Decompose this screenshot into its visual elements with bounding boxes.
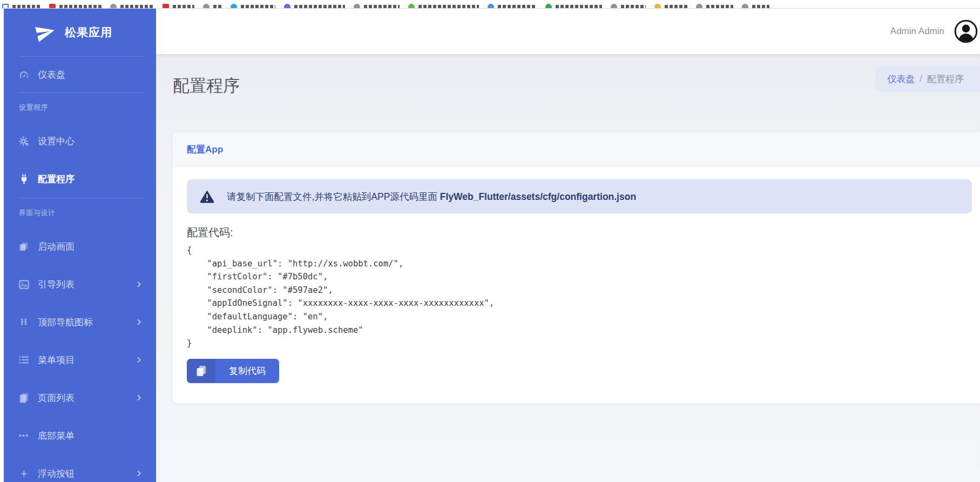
image-icon xyxy=(18,280,30,289)
sidebar-item[interactable]: 配置程序 xyxy=(4,160,156,198)
bookmark-item[interactable] xyxy=(611,4,646,8)
bookmark-label-clipped xyxy=(241,5,275,9)
breadcrumb-link-dashboard[interactable]: 仪表盘 xyxy=(887,73,915,85)
ellipsis-icon: ••• xyxy=(18,433,30,438)
sidebar-item[interactable]: 页面列表 xyxy=(4,379,156,417)
sidebar-item[interactable]: 启动画面 xyxy=(4,227,156,265)
bookmark-item[interactable] xyxy=(110,4,154,8)
bookmark-favicon xyxy=(488,4,494,9)
sidebar-section-label: 界面与设计 xyxy=(4,198,156,227)
bookmark-label-clipped xyxy=(752,5,769,9)
bookmark-label-clipped xyxy=(498,5,537,9)
alert-message: 请复制下面配置文件,并将它粘贴到APP源代码里面 FlyWeb_Flutter/… xyxy=(227,190,636,203)
bookmark-favicon xyxy=(654,4,661,9)
bookmark-label-clipped xyxy=(12,5,40,9)
bookmark-favicon xyxy=(163,4,169,9)
plus-icon: ＋ xyxy=(18,469,30,478)
config-app-card: 配置App 请复制下面配置文件,并将它粘贴到APP源代码里面 FlyWeb_Fl… xyxy=(173,132,980,403)
bookmark-favicon xyxy=(354,4,360,9)
bookmark-favicon xyxy=(545,4,552,9)
bookmark-label-clipped xyxy=(706,5,733,9)
main-content: 配置程序 仪表盘 / 配置程序 配置App 请复制下面配置文件,并将它粘贴到AP… xyxy=(156,54,980,482)
pages-icon xyxy=(18,393,30,403)
copy-button-label: 复制代码 xyxy=(215,359,279,383)
bookmark-favicon xyxy=(49,4,56,9)
bookmark-favicon xyxy=(611,4,617,9)
plug-icon xyxy=(18,174,30,184)
bookmark-label-clipped xyxy=(120,5,154,9)
breadcrumb-separator: / xyxy=(920,73,922,84)
sidebar-item-label: 引导列表 xyxy=(38,278,75,291)
bookmark-favicon xyxy=(203,4,209,9)
bookmark-item[interactable] xyxy=(2,4,40,8)
sidebar-item-label: 仪表盘 xyxy=(38,69,65,81)
sidebar-item[interactable]: ＋浮动按钮 xyxy=(4,454,156,482)
bookmark-label-clipped xyxy=(59,5,102,9)
warning-icon xyxy=(200,190,214,203)
bookmark-item[interactable] xyxy=(488,4,537,8)
sidebar-item-label: 启动画面 xyxy=(38,240,75,253)
config-instruction-alert: 请复制下面配置文件,并将它粘贴到APP源代码里面 FlyWeb_Flutter/… xyxy=(187,179,972,213)
bookmark-label-clipped xyxy=(418,5,479,9)
bookmark-label-clipped xyxy=(294,5,345,9)
copy-icon xyxy=(187,359,215,383)
chevron-right-icon xyxy=(136,319,142,325)
breadcrumb-current: 配置程序 xyxy=(927,73,964,85)
app-name: 松果应用 xyxy=(65,25,112,40)
bookmark-item[interactable] xyxy=(742,4,769,8)
user-name[interactable]: Admin Admin xyxy=(890,26,944,37)
sidebar-item[interactable]: 仪表盘 xyxy=(4,57,156,92)
sidebar-item[interactable]: •••底部菜单 xyxy=(4,417,156,454)
bookmark-label-clipped xyxy=(621,5,646,9)
sidebar-section-label: 设置程序 xyxy=(4,93,156,122)
copy-code-button[interactable]: 复制代码 xyxy=(187,359,279,383)
chevron-right-icon xyxy=(136,470,142,477)
page-title: 配置程序 xyxy=(173,75,240,97)
sidebar-item[interactable]: 设置中心 xyxy=(4,122,156,160)
bookmark-item[interactable] xyxy=(284,4,345,8)
list-icon xyxy=(18,356,30,364)
sidebar-item[interactable]: 引导列表 xyxy=(4,265,156,303)
layers-icon xyxy=(18,242,30,251)
user-avatar[interactable] xyxy=(954,19,978,43)
bookmark-favicon xyxy=(2,4,9,9)
sidebar-item[interactable]: H顶部导航图标 xyxy=(4,303,156,341)
bookmark-label-clipped xyxy=(364,5,400,9)
card-title: 配置App xyxy=(187,143,223,156)
top-header: Admin Admin xyxy=(156,9,980,54)
bookmark-item[interactable] xyxy=(203,4,222,8)
bookmark-item[interactable] xyxy=(408,4,479,8)
bookmark-item[interactable] xyxy=(49,4,102,8)
breadcrumb: 仪表盘 / 配置程序 xyxy=(875,66,980,92)
chevron-right-icon xyxy=(136,357,142,363)
sidebar-item-label: 配置程序 xyxy=(38,173,75,185)
bookmark-label-clipped xyxy=(173,5,194,9)
config-file-path: FlyWeb_Flutter/assets/cfg/configartion.j… xyxy=(440,191,636,202)
bookmark-label-clipped xyxy=(213,5,222,9)
sidebar-item[interactable]: 菜单项目 xyxy=(4,341,156,379)
sidebar-item-label: 菜单项目 xyxy=(38,354,75,366)
paper-plane-icon xyxy=(33,20,58,45)
sidebar: 松果应用 仪表盘设置程序设置中心配置程序界面与设计启动画面引导列表H顶部导航图标… xyxy=(4,9,156,482)
bookmark-label-clipped xyxy=(665,5,687,9)
bookmark-favicon xyxy=(742,4,748,9)
gears-icon xyxy=(18,136,30,146)
chevron-right-icon xyxy=(136,394,142,401)
card-body: 请复制下面配置文件,并将它粘贴到APP源代码里面 FlyWeb_Flutter/… xyxy=(173,166,980,383)
bookmark-favicon xyxy=(231,4,237,9)
bookmark-item[interactable] xyxy=(163,4,194,8)
bookmark-item[interactable] xyxy=(354,4,400,8)
browser-bookmarks-bar xyxy=(0,0,980,9)
bookmark-item[interactable] xyxy=(545,4,602,8)
sidebar-item-label: 底部菜单 xyxy=(38,430,75,442)
bookmark-item[interactable] xyxy=(696,4,733,8)
config-code-block: { "api_base_url": "http://xs.wobbt.com/"… xyxy=(187,244,972,350)
gauge-icon xyxy=(18,70,30,80)
bookmark-item[interactable] xyxy=(231,4,275,8)
app-logo[interactable]: 松果应用 xyxy=(4,9,156,56)
sidebar-item-label: 浮动按钮 xyxy=(38,467,75,480)
chevron-right-icon xyxy=(136,281,142,287)
bookmark-favicon xyxy=(110,4,117,9)
bookmark-favicon xyxy=(408,4,415,9)
bookmark-item[interactable] xyxy=(654,4,687,8)
